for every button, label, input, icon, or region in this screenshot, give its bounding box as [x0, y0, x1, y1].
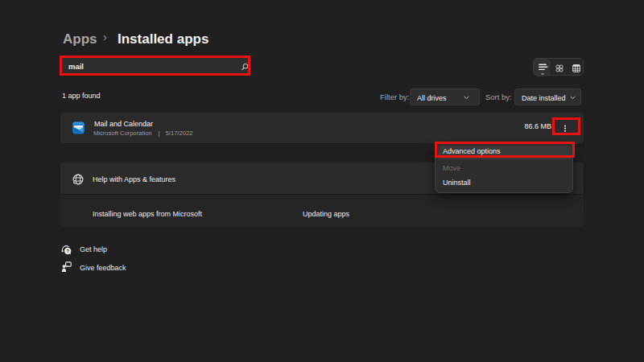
svg-text:?: ?: [66, 249, 69, 253]
